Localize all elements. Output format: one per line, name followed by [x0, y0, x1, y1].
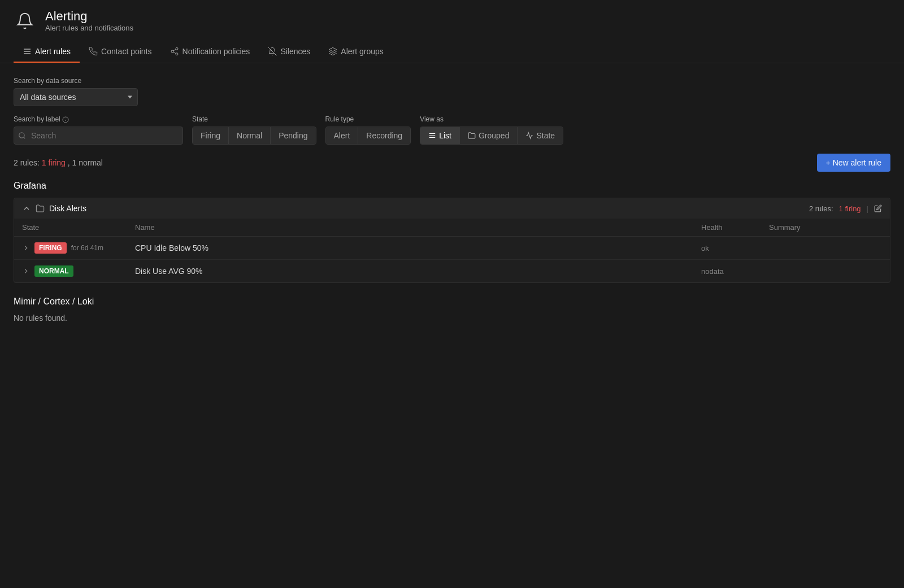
- rule-type-filter-label: Rule type: [325, 115, 411, 123]
- state-badge-firing: Firing: [34, 242, 67, 254]
- svg-line-7: [173, 49, 176, 51]
- health-1: ok: [701, 244, 769, 252]
- datasource-select[interactable]: All data sources: [14, 88, 138, 106]
- view-list-label: List: [439, 131, 451, 140]
- rule-name-1[interactable]: CPU Idle Below 50%: [135, 243, 701, 252]
- summary-separator: ,: [68, 158, 70, 167]
- tab-alert-rules[interactable]: Alert rules: [14, 41, 80, 63]
- svg-line-14: [24, 137, 25, 139]
- group-name: Disk Alerts: [49, 204, 86, 213]
- group-rules-summary-text: 2 rules:: [809, 204, 833, 213]
- tab-alert-groups[interactable]: Alert groups: [319, 41, 392, 63]
- col-name: Name: [135, 223, 701, 232]
- rule-type-alert-btn[interactable]: Alert: [326, 127, 359, 144]
- state-cell-2: Normal: [22, 265, 135, 277]
- rules-summary-text: 2 rules:: [14, 158, 40, 167]
- state-badge-normal: Normal: [34, 265, 73, 277]
- main-content: Search by data source All data sources S…: [0, 63, 904, 336]
- grafana-section-title: Grafana: [14, 181, 890, 191]
- datasource-filter-label: Search by data source: [14, 77, 890, 85]
- grafana-section: Grafana Disk Alerts 2 rules: 1 firing | …: [14, 181, 890, 283]
- state-firing-btn[interactable]: Firing: [193, 127, 229, 144]
- svg-point-3: [176, 47, 178, 50]
- search-icon: [18, 132, 26, 140]
- view-as-filter-group: View as List Grouped State: [420, 115, 563, 145]
- tab-contact-points-label: Contact points: [101, 47, 152, 56]
- rule-type-filter-group: Rule type Alert Recording: [325, 115, 411, 145]
- label-filter-group: Search by label: [14, 115, 183, 145]
- state-normal-btn[interactable]: Normal: [229, 127, 271, 144]
- svg-point-4: [171, 50, 173, 53]
- mimir-section: Mimir / Cortex / Loki No rules found.: [14, 297, 890, 323]
- tab-silences[interactable]: Silences: [259, 41, 319, 63]
- duration-text-1: for 6d 41m: [71, 244, 103, 252]
- search-input[interactable]: [14, 127, 183, 145]
- svg-marker-9: [329, 47, 337, 51]
- list-icon: [428, 132, 436, 140]
- view-grouped-label: Grouped: [479, 131, 509, 140]
- label-filter-label: Search by label: [14, 115, 183, 123]
- nav-tabs: Alert rules Contact points Notification …: [0, 41, 904, 63]
- state-filter-label: State: [192, 115, 316, 123]
- rules-table: State Name Health Summary Firing for 6d …: [14, 219, 890, 282]
- datasource-select-wrap: All data sources: [14, 88, 138, 106]
- view-as-btn-group: List Grouped State: [420, 127, 563, 145]
- tab-contact-points[interactable]: Contact points: [80, 41, 161, 63]
- mimir-section-title: Mimir / Cortex / Loki: [14, 297, 890, 307]
- col-state: State: [22, 223, 135, 232]
- health-2: nodata: [701, 267, 769, 276]
- table-row: Firing for 6d 41m CPU Idle Below 50% ok: [14, 237, 890, 260]
- tab-alert-groups-label: Alert groups: [341, 47, 383, 56]
- view-state-btn[interactable]: State: [518, 127, 563, 144]
- view-as-filter-label: View as: [420, 115, 563, 123]
- state-btn-group: Firing Normal Pending: [192, 127, 316, 145]
- col-health: Health: [701, 223, 769, 232]
- rules-table-header: State Name Health Summary: [14, 219, 890, 237]
- page-subtitle: Alert rules and notifications: [45, 24, 133, 32]
- tab-notification-policies[interactable]: Notification policies: [161, 41, 259, 63]
- no-rules-text: No rules found.: [14, 313, 890, 323]
- new-alert-rule-button[interactable]: + New alert rule: [817, 154, 890, 172]
- rule-type-btn-group: Alert Recording: [325, 127, 411, 145]
- state-filter-group: State Firing Normal Pending: [192, 115, 316, 145]
- row-expand-chevron-2[interactable]: [22, 267, 30, 275]
- svg-point-13: [19, 133, 24, 138]
- rules-summary: 2 rules: 1 firing , 1 normal: [14, 158, 103, 167]
- row-expand-chevron-1[interactable]: [22, 244, 30, 252]
- view-state-label: State: [536, 131, 555, 140]
- firing-count: 1 firing: [42, 158, 66, 167]
- disk-alerts-group: Disk Alerts 2 rules: 1 firing | State Na…: [14, 198, 890, 283]
- search-input-wrap: [14, 127, 183, 145]
- group-header-left: Disk Alerts: [22, 204, 86, 213]
- normal-count: 1 normal: [72, 158, 103, 167]
- col-summary: Summary: [769, 223, 882, 232]
- collapse-chevron-icon[interactable]: [22, 204, 31, 213]
- rule-type-recording-btn[interactable]: Recording: [358, 127, 410, 144]
- info-icon: [62, 116, 69, 123]
- tab-notification-policies-label: Notification policies: [182, 47, 250, 56]
- page-title: Alerting: [45, 9, 133, 24]
- state-cell-1: Firing for 6d 41m: [22, 242, 135, 254]
- view-grouped-btn[interactable]: Grouped: [460, 127, 518, 144]
- group-header-right: 2 rules: 1 firing |: [809, 204, 882, 213]
- table-row: Normal Disk Use AVG 90% nodata: [14, 260, 890, 282]
- rule-name-2[interactable]: Disk Use AVG 90%: [135, 267, 701, 276]
- alerting-icon: [14, 10, 36, 32]
- view-list-btn[interactable]: List: [420, 127, 460, 144]
- svg-line-6: [173, 52, 176, 54]
- state-pending-btn[interactable]: Pending: [271, 127, 315, 144]
- tab-silences-label: Silences: [280, 47, 310, 56]
- page-header: Alerting Alert rules and notifications: [0, 0, 904, 41]
- svg-line-8: [268, 47, 277, 56]
- header-divider: |: [867, 204, 868, 213]
- activity-icon: [525, 132, 533, 140]
- group-firing-count: 1 firing: [839, 204, 861, 213]
- edit-icon[interactable]: [874, 204, 882, 212]
- header-text: Alerting Alert rules and notifications: [45, 9, 133, 32]
- filters-row: Search by label State Firing Normal Pend…: [14, 115, 890, 145]
- filters-section: Search by data source All data sources S…: [14, 77, 890, 145]
- svg-point-5: [176, 53, 178, 55]
- rules-summary-bar: 2 rules: 1 firing , 1 normal + New alert…: [14, 154, 890, 172]
- folder-icon: [468, 132, 476, 140]
- group-folder-icon: [36, 204, 45, 213]
